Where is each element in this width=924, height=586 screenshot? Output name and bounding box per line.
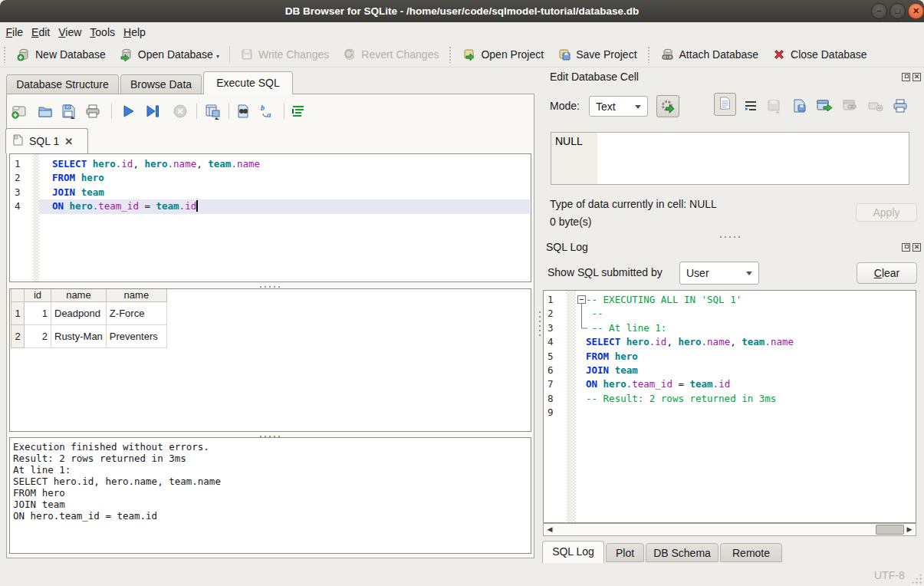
attach-database-icon <box>661 48 675 61</box>
menu-view[interactable]: View <box>54 24 86 41</box>
scroll-right-arrow[interactable]: ▶ <box>903 524 916 535</box>
tab-browse-data[interactable]: Browse Data <box>120 74 202 94</box>
stop-sql-icon[interactable] <box>172 103 189 120</box>
toolbar-grip[interactable] <box>3 46 7 63</box>
cell-type-label: Type of data currently in cell: NULL <box>550 198 717 210</box>
link-data-icon[interactable] <box>842 98 859 114</box>
row-header[interactable]: 1 <box>12 301 25 324</box>
column-header[interactable]: name <box>106 289 166 301</box>
column-header[interactable]: id <box>25 289 51 301</box>
open-database-icon <box>120 48 133 61</box>
row-header[interactable]: 2 <box>12 324 25 347</box>
close-button[interactable]: ✕ <box>908 3 924 19</box>
sql-editor[interactable]: 1 2 3 4 SELECT hero.id, hero.name, team.… <box>9 153 531 282</box>
sql-tab[interactable]: SQL 1 ✕ <box>5 128 88 153</box>
scroll-left-arrow[interactable]: ◀ <box>544 524 556 535</box>
new-database-button[interactable]: New Database <box>10 44 113 64</box>
main-toolbar: New Database Open Database ▾ Write Chang… <box>0 41 924 67</box>
resize-grip[interactable] <box>911 573 922 584</box>
splitter-handle[interactable] <box>257 283 283 288</box>
find-icon[interactable] <box>235 103 252 120</box>
column-header[interactable]: name <box>51 289 107 301</box>
close-dock-icon[interactable]: ✕ <box>912 73 921 81</box>
auto-mode-button[interactable] <box>656 95 679 117</box>
menu-tools[interactable]: Tools <box>86 24 120 41</box>
new-database-icon <box>17 48 31 61</box>
text-cursor <box>196 200 198 212</box>
open-sql-file-icon[interactable] <box>37 103 54 120</box>
results-row[interactable]: 2 2 Rusty-Man Preventers <box>12 324 167 347</box>
open-database-dropdown[interactable]: ▾ <box>216 53 219 61</box>
sql-file-icon <box>12 134 24 148</box>
sql-line: SELECT hero.id, hero.name, team.name <box>39 157 530 171</box>
float-dock-icon[interactable] <box>902 73 910 81</box>
maximize-button[interactable]: □ <box>889 3 906 19</box>
open-project-button[interactable]: Open Project <box>455 44 551 64</box>
bottom-tab-remote[interactable]: Remote <box>720 543 782 562</box>
close-sql-tab-icon[interactable]: ✕ <box>64 136 73 147</box>
mode-select[interactable]: Text <box>589 96 648 117</box>
bottom-tab-plot[interactable]: Plot <box>606 543 644 562</box>
toolbar-grip[interactable] <box>449 46 452 63</box>
import-cell-icon[interactable] <box>766 98 781 114</box>
revert-changes-button[interactable]: Revert Changes <box>336 44 446 64</box>
execution-message[interactable]: Execution finished without errors. Resul… <box>9 437 531 554</box>
word-wrap-icon[interactable] <box>743 98 758 114</box>
fold-guide <box>577 304 593 331</box>
attach-database-button[interactable]: Attach Database <box>654 44 766 64</box>
sql-line: JOIN team <box>39 186 530 199</box>
execute-sql-icon[interactable] <box>120 103 136 120</box>
menu-file[interactable]: File <box>2 24 28 41</box>
app-window: DB Browser for SQLite - /home/user/code/… <box>0 0 924 586</box>
menu-help[interactable]: Help <box>120 24 150 41</box>
tab-execute-sql[interactable]: Execute SQL <box>203 71 293 94</box>
editor-fold-margin <box>33 154 39 281</box>
open-in-app-icon[interactable] <box>816 98 833 114</box>
toolbar-grip[interactable] <box>647 46 651 63</box>
open-sql-tab-icon[interactable] <box>11 103 28 120</box>
minimize-button[interactable]: – <box>871 3 887 19</box>
cell-value: NULL <box>555 135 583 147</box>
export-results-icon[interactable] <box>204 103 221 120</box>
titlebar[interactable]: DB Browser for SQLite - /home/user/code/… <box>0 0 924 22</box>
open-database-button[interactable]: Open Database ▾ <box>113 44 226 64</box>
write-changes-button[interactable]: Write Changes <box>233 44 336 64</box>
menu-edit[interactable]: Edit <box>28 24 54 41</box>
mode-label: Mode: <box>550 100 580 112</box>
tab-database-structure[interactable]: Database Structure <box>6 74 119 94</box>
svg-text:a: a <box>267 110 271 119</box>
dock-splitter-handle[interactable] <box>538 310 542 336</box>
cell-value-editor[interactable]: NULL <box>551 132 909 185</box>
sql-line: FROM hero <box>39 171 530 185</box>
corner-header[interactable] <box>12 289 25 301</box>
results-header-row: id name name <box>12 289 167 301</box>
results-grid[interactable]: id name name 1 1 Deadpond Z-Force 2 2 Ru… <box>9 288 531 432</box>
results-row[interactable]: 1 1 Deadpond Z-Force <box>12 301 167 324</box>
close-database-icon <box>772 48 786 61</box>
close-database-button[interactable]: Close Database <box>765 44 874 64</box>
save-sql-file-icon[interactable] <box>60 103 77 120</box>
fold-marker[interactable] <box>577 295 586 304</box>
sql-log-editor[interactable]: 1 2 3 4 5 6 7 8 9 -- EXECUTING ALL IN 'S… <box>543 290 916 523</box>
open-project-icon <box>462 48 476 61</box>
save-project-button[interactable]: Save Project <box>551 44 643 64</box>
execute-line-icon[interactable] <box>144 103 161 120</box>
print-cell-icon[interactable] <box>893 98 908 114</box>
close-dock-icon[interactable]: ✕ <box>912 243 921 252</box>
clear-log-button[interactable]: Clear <box>857 262 917 284</box>
apply-button[interactable]: Apply <box>856 203 917 222</box>
float-dock-icon[interactable] <box>902 243 910 252</box>
print-sql-icon[interactable] <box>84 103 101 120</box>
bottom-tab-db-schema[interactable]: DB Schema <box>646 543 718 562</box>
bottom-tab-sql-log[interactable]: SQL Log <box>542 541 604 563</box>
dock-splitter-handle[interactable] <box>717 233 743 238</box>
text-mode-button[interactable] <box>714 93 736 116</box>
svg-text:b: b <box>261 104 265 112</box>
log-filter-select[interactable]: User <box>679 262 759 285</box>
replace-icon[interactable]: ba <box>259 103 276 120</box>
export-cell-icon[interactable] <box>792 98 807 114</box>
scrollbar-thumb[interactable] <box>876 525 904 535</box>
log-horizontal-scrollbar[interactable]: ◀ ▶ <box>543 523 916 536</box>
format-sql-icon[interactable] <box>290 103 307 120</box>
set-null-icon[interactable] <box>867 98 884 114</box>
